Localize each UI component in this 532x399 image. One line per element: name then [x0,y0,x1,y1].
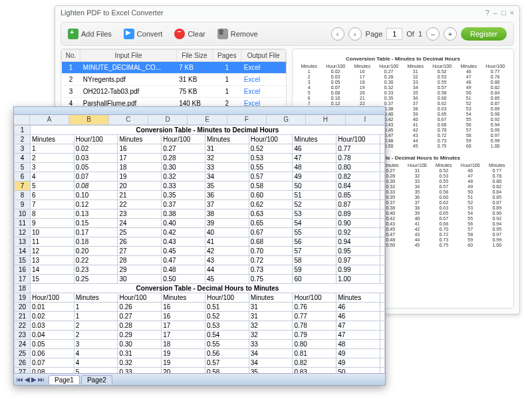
cell[interactable]: 0.65 [249,219,293,228]
cell[interactable]: Hour/100 [31,293,74,303]
cell[interactable]: 15 [31,275,74,284]
cell[interactable]: 0.81 [293,349,336,358]
cell[interactable]: 0.27 [162,144,205,154]
cell[interactable]: 2 [74,331,118,340]
cell[interactable]: 40 [205,228,249,237]
cell[interactable]: Hour/100 [118,293,162,303]
add-files-button[interactable]: Add Files [68,29,112,39]
cell[interactable]: 21 [118,191,162,200]
cell[interactable]: 0.67 [249,228,293,237]
cell[interactable] [380,135,384,144]
sheet-nav-last[interactable]: ⏭ [38,376,45,383]
cell[interactable]: 0.62 [249,200,293,209]
cell[interactable]: 0.76 [293,303,336,312]
cell[interactable]: 35 [205,182,249,191]
cell[interactable]: 0.04 [31,331,74,340]
row-head[interactable]: 12 [15,228,31,237]
cell[interactable]: 0.31 [118,349,162,358]
cell[interactable]: 4 [31,172,74,182]
col-head-C[interactable]: C [109,115,148,124]
row-head[interactable]: 6 [15,172,31,182]
cell[interactable]: 6 [31,191,74,200]
cell[interactable]: 58 [293,256,336,265]
cell[interactable]: 0.48 [162,265,205,275]
cell[interactable]: 0.10 [74,191,118,200]
cell[interactable]: 45 [205,275,249,284]
cell[interactable]: 0.07 [31,358,74,368]
cell[interactable]: Hour/100 [293,293,336,303]
cell[interactable]: 0.57 [249,172,293,182]
cell[interactable]: 27 [118,247,162,256]
cell[interactable] [380,331,384,340]
cell[interactable] [380,247,384,256]
cell[interactable]: Hour/100 [249,135,293,144]
cell[interactable]: Hour/100 [162,135,205,144]
cell[interactable] [380,219,384,228]
cell[interactable]: 16 [162,303,205,312]
cell[interactable]: 34 [249,358,293,368]
cell[interactable]: 0.38 [162,209,205,219]
cell[interactable]: 0.78 [336,154,380,163]
cell[interactable]: 1 [74,303,118,312]
col-head-A[interactable]: A [30,115,69,124]
cell[interactable]: Minutes [118,135,162,144]
cell[interactable]: 31 [249,312,293,321]
cell[interactable]: 0.33 [162,182,205,191]
cell[interactable] [380,191,384,200]
page-input[interactable] [386,28,402,40]
cell[interactable] [380,237,384,247]
cell[interactable]: 0.30 [162,163,205,172]
cell[interactable]: 18 [162,340,205,349]
cell[interactable]: 5 [74,368,118,374]
cell[interactable]: Minutes [74,293,118,303]
cell[interactable]: 47 [293,154,336,163]
prev-page-button[interactable]: ‹ [331,27,344,41]
cell[interactable]: Minutes [249,293,293,303]
cell[interactable]: Minutes [336,293,380,303]
cell[interactable]: 0.33 [118,368,162,374]
cell[interactable]: 0.92 [336,228,380,237]
cell[interactable]: Minutes [205,135,249,144]
cell[interactable]: 13 [31,256,74,265]
cell[interactable]: 0.75 [249,275,293,284]
cell[interactable]: 17 [162,321,205,331]
cell[interactable]: 35 [249,368,293,374]
cell[interactable] [380,358,384,368]
cell[interactable]: 4 [74,349,118,358]
cell[interactable] [380,163,384,172]
cell[interactable]: 0.63 [249,209,293,219]
cell[interactable]: 37 [205,200,249,209]
cell[interactable]: 0.03 [74,154,118,163]
sheet-nav-first[interactable]: ⏮ [17,376,23,383]
cell[interactable]: 20 [118,182,162,191]
row-head[interactable]: 18 [15,284,31,293]
cell[interactable]: 17 [118,154,162,163]
row-head[interactable]: 17 [15,275,31,284]
cell[interactable]: 0.15 [74,219,118,228]
cell[interactable]: 0.45 [162,247,205,256]
cell[interactable]: 30 [118,275,162,284]
cell[interactable]: 0.51 [205,303,249,312]
row-head[interactable]: 10 [15,209,31,219]
col-head-H[interactable]: H [306,115,345,124]
cell[interactable] [380,228,384,237]
cell[interactable]: 1 [31,144,74,154]
cell[interactable]: 0.03 [31,321,74,331]
cell[interactable]: 0.18 [74,237,118,247]
cell[interactable] [380,256,384,265]
cell[interactable]: 0.30 [118,340,162,349]
cell[interactable]: 32 [249,321,293,331]
cell[interactable]: 9 [31,219,74,228]
row-head[interactable]: 22 [15,321,31,331]
cell[interactable]: 14 [31,265,74,275]
col-head-E[interactable]: E [188,115,227,124]
cell[interactable]: 3 [74,340,118,349]
cell[interactable] [380,368,384,374]
cell[interactable]: 0.85 [336,191,380,200]
row-head[interactable]: 19 [15,293,31,303]
cell[interactable]: 0.07 [74,172,118,182]
cell[interactable]: 0.05 [31,340,74,349]
cell[interactable] [380,321,384,331]
cell[interactable]: 51 [293,191,336,200]
row-head[interactable]: 11 [15,219,31,228]
